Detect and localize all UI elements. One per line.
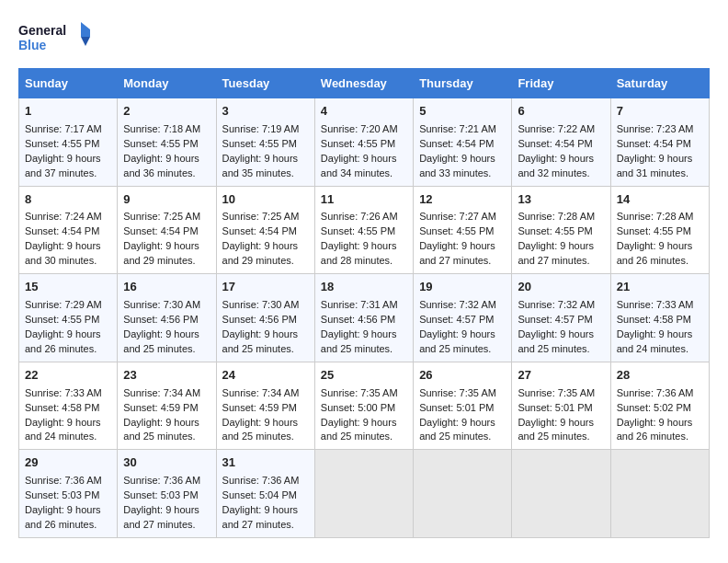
- calendar-cell: [512, 450, 610, 538]
- calendar-cell: 4Sunrise: 7:20 AMSunset: 4:55 PMDaylight…: [314, 98, 413, 187]
- calendar-cell: 5Sunrise: 7:21 AMSunset: 4:54 PMDaylight…: [414, 98, 512, 187]
- sunrise-label: Sunrise: 7:25 AM: [222, 211, 300, 222]
- sunrise-label: Sunrise: 7:19 AM: [222, 123, 300, 134]
- sunrise-label: Sunrise: 7:36 AM: [222, 475, 300, 486]
- sunset-label: Sunset: 4:54 PM: [419, 138, 494, 149]
- day-number: 7: [617, 103, 703, 121]
- calendar-cell: 28Sunrise: 7:36 AMSunset: 5:02 PMDayligh…: [610, 362, 709, 450]
- sunrise-label: Sunrise: 7:30 AM: [123, 299, 200, 310]
- calendar-cell: 13Sunrise: 7:28 AMSunset: 4:55 PMDayligh…: [512, 186, 610, 274]
- daylight-label: Daylight: 9 hours and 25 minutes.: [123, 328, 199, 354]
- calendar-week-row: 29Sunrise: 7:36 AMSunset: 5:03 PMDayligh…: [19, 450, 710, 538]
- calendar-cell: 23Sunrise: 7:34 AMSunset: 4:59 PMDayligh…: [118, 362, 216, 450]
- daylight-label: Daylight: 9 hours and 25 minutes.: [419, 417, 495, 442]
- daylight-label: Daylight: 9 hours and 27 minutes.: [222, 504, 299, 530]
- sunset-label: Sunset: 5:03 PM: [123, 489, 198, 500]
- calendar-cell: 17Sunrise: 7:30 AMSunset: 4:56 PMDayligh…: [216, 274, 314, 362]
- calendar-cell: 18Sunrise: 7:31 AMSunset: 4:56 PMDayligh…: [314, 274, 413, 362]
- column-header-tuesday: Tuesday: [216, 69, 314, 98]
- day-number: 26: [419, 367, 506, 385]
- daylight-label: Daylight: 9 hours and 33 minutes.: [419, 153, 495, 178]
- sunset-label: Sunset: 4:55 PM: [321, 138, 395, 149]
- calendar-week-row: 8Sunrise: 7:24 AMSunset: 4:54 PMDaylight…: [19, 186, 710, 274]
- svg-text:General: General: [18, 23, 66, 38]
- daylight-label: Daylight: 9 hours and 26 minutes.: [25, 504, 101, 530]
- daylight-label: Daylight: 9 hours and 27 minutes.: [123, 504, 199, 530]
- daylight-label: Daylight: 9 hours and 27 minutes.: [419, 240, 495, 266]
- daylight-label: Daylight: 9 hours and 25 minutes.: [518, 417, 594, 442]
- sunrise-label: Sunrise: 7:28 AM: [617, 211, 694, 222]
- day-number: 27: [518, 367, 604, 385]
- sunset-label: Sunset: 4:58 PM: [617, 314, 691, 325]
- sunrise-label: Sunrise: 7:26 AM: [321, 211, 398, 222]
- calendar-cell: 3Sunrise: 7:19 AMSunset: 4:55 PMDaylight…: [216, 98, 314, 187]
- calendar-cell: 2Sunrise: 7:18 AMSunset: 4:55 PMDaylight…: [118, 98, 216, 187]
- calendar-cell: 24Sunrise: 7:34 AMSunset: 4:59 PMDayligh…: [216, 362, 314, 450]
- daylight-label: Daylight: 9 hours and 25 minutes.: [321, 328, 397, 354]
- sunset-label: Sunset: 4:55 PM: [123, 138, 198, 149]
- day-number: 14: [617, 191, 703, 209]
- sunset-label: Sunset: 4:55 PM: [25, 314, 99, 325]
- daylight-label: Daylight: 9 hours and 37 minutes.: [25, 153, 101, 178]
- calendar-cell: 20Sunrise: 7:32 AMSunset: 4:57 PMDayligh…: [512, 274, 610, 362]
- sunrise-label: Sunrise: 7:33 AM: [25, 387, 102, 398]
- column-header-friday: Friday: [512, 69, 610, 98]
- calendar-cell: 26Sunrise: 7:35 AMSunset: 5:01 PMDayligh…: [414, 362, 512, 450]
- sunset-label: Sunset: 5:00 PM: [321, 402, 395, 413]
- generalblue-logo-svg: General Blue: [18, 18, 92, 59]
- calendar-cell: 21Sunrise: 7:33 AMSunset: 4:58 PMDayligh…: [610, 274, 709, 362]
- day-number: 6: [518, 103, 604, 121]
- day-number: 5: [419, 103, 506, 121]
- sunrise-label: Sunrise: 7:35 AM: [419, 387, 496, 398]
- calendar-week-row: 1Sunrise: 7:17 AMSunset: 4:55 PMDaylight…: [19, 98, 710, 187]
- daylight-label: Daylight: 9 hours and 24 minutes.: [25, 417, 101, 442]
- sunrise-label: Sunrise: 7:18 AM: [123, 123, 200, 134]
- day-number: 23: [123, 367, 210, 385]
- day-number: 11: [321, 191, 407, 209]
- column-header-saturday: Saturday: [610, 69, 709, 98]
- day-number: 10: [222, 191, 309, 209]
- day-number: 28: [617, 367, 703, 385]
- calendar-cell: 8Sunrise: 7:24 AMSunset: 4:54 PMDaylight…: [19, 186, 118, 274]
- daylight-label: Daylight: 9 hours and 25 minutes.: [222, 417, 299, 442]
- svg-marker-2: [81, 22, 90, 37]
- sunrise-label: Sunrise: 7:21 AM: [419, 123, 496, 134]
- sunrise-label: Sunrise: 7:34 AM: [123, 387, 200, 398]
- logo: General Blue: [18, 18, 92, 59]
- calendar-cell: 27Sunrise: 7:35 AMSunset: 5:01 PMDayligh…: [512, 362, 610, 450]
- sunset-label: Sunset: 5:02 PM: [617, 402, 691, 413]
- calendar-cell: 19Sunrise: 7:32 AMSunset: 4:57 PMDayligh…: [414, 274, 512, 362]
- calendar-cell: 25Sunrise: 7:35 AMSunset: 5:00 PMDayligh…: [314, 362, 413, 450]
- sunset-label: Sunset: 4:57 PM: [419, 314, 494, 325]
- daylight-label: Daylight: 9 hours and 31 minutes.: [617, 153, 693, 178]
- calendar-cell: 31Sunrise: 7:36 AMSunset: 5:04 PMDayligh…: [216, 450, 314, 538]
- daylight-label: Daylight: 9 hours and 25 minutes.: [419, 328, 495, 354]
- sunrise-label: Sunrise: 7:36 AM: [123, 475, 200, 486]
- day-number: 21: [617, 279, 703, 296]
- day-number: 16: [123, 279, 210, 296]
- daylight-label: Daylight: 9 hours and 27 minutes.: [518, 240, 594, 266]
- sunset-label: Sunset: 5:03 PM: [25, 489, 99, 500]
- daylight-label: Daylight: 9 hours and 36 minutes.: [123, 153, 199, 178]
- day-number: 25: [321, 367, 407, 385]
- sunset-label: Sunset: 5:04 PM: [222, 489, 297, 500]
- calendar-cell: [314, 450, 413, 538]
- day-number: 18: [321, 279, 407, 296]
- sunset-label: Sunset: 4:59 PM: [123, 402, 198, 413]
- sunset-label: Sunset: 4:54 PM: [222, 225, 297, 236]
- day-number: 3: [222, 103, 309, 121]
- daylight-label: Daylight: 9 hours and 24 minutes.: [617, 328, 693, 354]
- sunrise-label: Sunrise: 7:20 AM: [321, 123, 398, 134]
- daylight-label: Daylight: 9 hours and 26 minutes.: [617, 417, 693, 442]
- daylight-label: Daylight: 9 hours and 29 minutes.: [123, 240, 199, 266]
- day-number: 17: [222, 279, 309, 296]
- sunset-label: Sunset: 4:55 PM: [222, 138, 297, 149]
- sunset-label: Sunset: 5:01 PM: [419, 402, 494, 413]
- daylight-label: Daylight: 9 hours and 25 minutes.: [321, 417, 397, 442]
- sunset-label: Sunset: 4:55 PM: [25, 138, 99, 149]
- day-number: 19: [419, 279, 506, 296]
- column-header-wednesday: Wednesday: [314, 69, 413, 98]
- daylight-label: Daylight: 9 hours and 28 minutes.: [321, 240, 397, 266]
- sunrise-label: Sunrise: 7:35 AM: [321, 387, 398, 398]
- sunset-label: Sunset: 4:54 PM: [518, 138, 592, 149]
